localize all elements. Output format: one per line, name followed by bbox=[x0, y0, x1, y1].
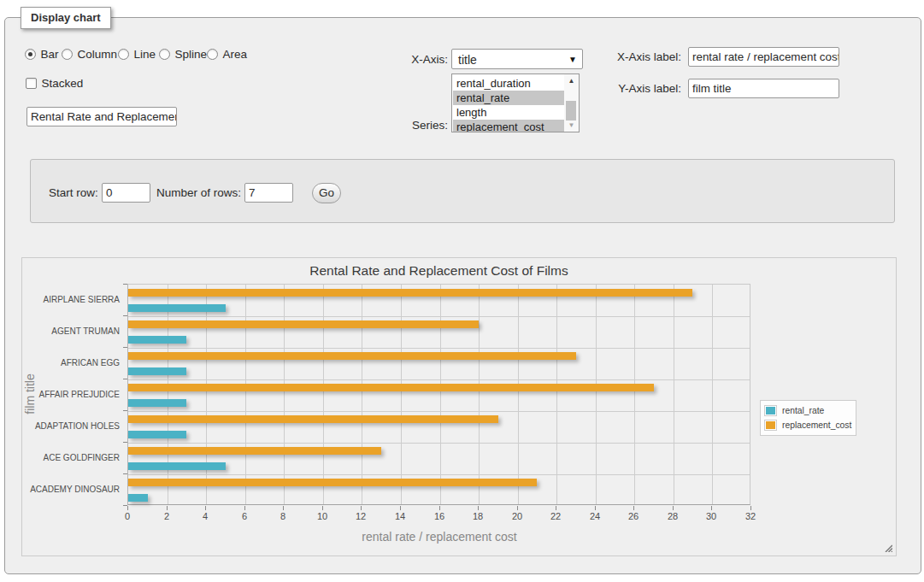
y-tick-mark bbox=[123, 410, 127, 411]
legend-label: replacement_cost bbox=[782, 420, 851, 430]
bar-replacement_cost bbox=[128, 352, 576, 360]
x-tick-label: 8 bbox=[280, 511, 285, 521]
x-tick-mark bbox=[283, 506, 284, 510]
bar-rental_rate bbox=[128, 304, 226, 312]
bar-replacement_cost bbox=[128, 447, 381, 455]
x-axis-select[interactable]: title ▼ bbox=[451, 49, 583, 69]
x-tick-mark bbox=[322, 506, 323, 510]
bar-replacement_cost bbox=[128, 384, 654, 391]
x-tick-label: 0 bbox=[125, 511, 130, 521]
chart-type-option-bar: Bar bbox=[25, 48, 59, 60]
y-axis-label-input[interactable]: film title bbox=[688, 79, 839, 98]
x-axis-select-value: title bbox=[458, 53, 477, 67]
category-label: AFFAIR PREJUDICE bbox=[22, 390, 120, 399]
x-tick-mark bbox=[633, 506, 634, 510]
radio-column[interactable] bbox=[62, 49, 73, 60]
series-option[interactable]: length bbox=[453, 105, 564, 120]
x-axis-label-label: X-Axis label: bbox=[590, 50, 681, 63]
resize-grip-icon[interactable] bbox=[884, 544, 892, 552]
legend-entry: replacement_cost bbox=[764, 418, 851, 432]
category-label: AFRICAN EGG bbox=[22, 358, 120, 367]
scroll-down-arrow-icon: ▼ bbox=[564, 119, 579, 132]
y-tick-mark bbox=[123, 347, 127, 348]
stacked-checkbox[interactable] bbox=[26, 78, 37, 89]
num-rows-label: Number of rows: bbox=[156, 186, 241, 199]
bar-replacement_cost bbox=[128, 289, 692, 297]
chart-type-option-column: Column bbox=[62, 48, 117, 60]
gridline-vertical bbox=[206, 285, 207, 504]
x-tick-label: 2 bbox=[164, 511, 169, 521]
category-label: ADAPTATION HOLES bbox=[22, 421, 120, 431]
category-label: AGENT TRUMAN bbox=[22, 326, 120, 336]
x-axis-title: rental rate / replacement cost bbox=[362, 530, 516, 544]
series-list-label: Series: bbox=[376, 119, 448, 132]
start-row-label: Start row: bbox=[49, 186, 98, 199]
gridline-horizontal bbox=[128, 443, 750, 444]
y-axis-title: film title bbox=[23, 373, 37, 414]
radio-label: Line bbox=[134, 48, 156, 61]
gridline-vertical bbox=[362, 285, 362, 504]
series-option[interactable]: rental_rate bbox=[453, 91, 564, 105]
radio-bar[interactable] bbox=[25, 49, 36, 60]
x-tick-label: 14 bbox=[395, 511, 405, 521]
radio-label: Column bbox=[78, 48, 118, 61]
legend-swatch-rental_rate bbox=[764, 405, 777, 416]
chart-type-option-area: Area bbox=[207, 48, 247, 60]
chart-container: Rental Rate and Replacement Cost of Film… bbox=[21, 257, 897, 556]
y-tick-mark bbox=[123, 473, 127, 474]
x-tick-label: 32 bbox=[745, 511, 756, 521]
x-tick-mark bbox=[595, 506, 596, 510]
scrollbar-thumb[interactable] bbox=[566, 101, 576, 121]
scroll-down-button[interactable]: ▼ bbox=[564, 119, 579, 132]
bar-replacement_cost bbox=[128, 479, 537, 486]
y-tick-mark bbox=[123, 442, 127, 443]
gridline-vertical bbox=[712, 285, 713, 504]
num-rows-input[interactable]: 7 bbox=[244, 183, 293, 203]
stacked-option: Stacked bbox=[26, 77, 83, 89]
radio-line[interactable] bbox=[118, 49, 129, 60]
chart-type-radio-row: BarColumnLineSplineArea bbox=[25, 48, 384, 60]
series-listbox[interactable]: rental_durationrental_ratelengthreplacem… bbox=[451, 73, 580, 132]
bar-rental_rate bbox=[128, 336, 186, 344]
x-tick-mark bbox=[205, 506, 206, 510]
scroll-up-arrow-icon: ▲ bbox=[564, 74, 579, 87]
bar-replacement_cost bbox=[128, 320, 479, 328]
gridline-horizontal bbox=[128, 379, 750, 380]
bar-rental_rate bbox=[128, 462, 226, 470]
radio-label: Bar bbox=[41, 48, 59, 61]
gridline-vertical bbox=[596, 285, 597, 504]
x-tick-mark bbox=[361, 506, 362, 510]
x-tick-mark bbox=[478, 506, 479, 510]
start-row-input[interactable]: 0 bbox=[102, 183, 150, 203]
row-controls-bar: Start row: 0 Number of rows: 7 Go bbox=[30, 159, 895, 223]
x-axis-select-label: X-Axis: bbox=[376, 53, 448, 66]
stacked-label: Stacked bbox=[42, 77, 84, 90]
y-axis-label-label: Y-Axis label: bbox=[590, 82, 681, 95]
x-tick-mark bbox=[711, 506, 712, 510]
series-option[interactable]: replacement_cost bbox=[453, 120, 564, 132]
x-tick-label: 26 bbox=[628, 511, 639, 521]
x-tick-label: 22 bbox=[550, 511, 561, 521]
gridline-vertical bbox=[168, 285, 168, 504]
chart-legend: rental_ratereplacement_cost bbox=[760, 400, 856, 436]
bar-rental_rate bbox=[128, 494, 148, 502]
series-options: rental_durationrental_ratelengthreplacem… bbox=[453, 76, 564, 132]
go-button[interactable]: Go bbox=[312, 183, 341, 203]
chart-type-option-line: Line bbox=[118, 48, 156, 60]
x-tick-mark bbox=[673, 506, 674, 510]
scroll-up-button[interactable]: ▲ bbox=[564, 74, 579, 87]
x-axis-label-input[interactable]: rental rate / replacement cost bbox=[688, 47, 839, 67]
bar-replacement_cost bbox=[128, 415, 498, 423]
series-option[interactable]: rental_duration bbox=[453, 76, 564, 91]
gridline-vertical bbox=[556, 285, 557, 504]
radio-spline[interactable] bbox=[159, 49, 170, 60]
chart-title: Rental Rate and Replacement Cost of Film… bbox=[127, 263, 750, 279]
listbox-scrollbar[interactable]: ▲ ▼ bbox=[564, 74, 579, 132]
gridline-vertical bbox=[674, 285, 674, 504]
radio-label: Spline bbox=[175, 48, 208, 61]
radio-area[interactable] bbox=[207, 49, 218, 60]
x-tick-label: 10 bbox=[317, 511, 327, 521]
chart-title-input[interactable]: Rental Rate and Replacement Cost of Film… bbox=[26, 107, 177, 126]
fieldset-legend: Display chart bbox=[21, 7, 111, 29]
x-tick-mark bbox=[127, 506, 128, 510]
